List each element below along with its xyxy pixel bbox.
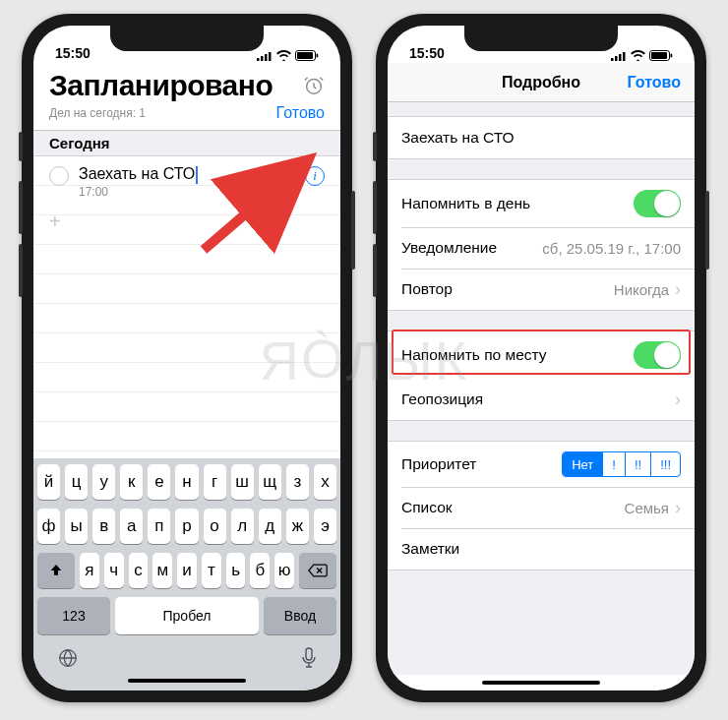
numeric-key[interactable]: 123 — [37, 597, 110, 634]
key-ш[interactable]: ш — [231, 464, 254, 500]
enter-key[interactable]: Ввод — [264, 597, 336, 634]
reminder-row[interactable]: Заехать на СТО 17:00 i — [33, 156, 340, 205]
key-у[interactable]: у — [92, 464, 115, 500]
chevron-right-icon: › — [675, 279, 681, 300]
key-р[interactable]: р — [175, 509, 198, 544]
notch — [464, 26, 618, 51]
remind-on-day-toggle[interactable] — [634, 190, 681, 217]
battery-icon — [649, 50, 673, 61]
key-б[interactable]: б — [250, 553, 270, 588]
remind-at-location-toggle[interactable] — [634, 341, 681, 369]
settings-body[interactable]: Заехать на СТО Напомнить в день Уведомле… — [388, 102, 695, 675]
key-с[interactable]: с — [129, 553, 149, 588]
subtitle-count: Дел на сегодня: 1 — [49, 106, 146, 120]
key-л[interactable]: л — [231, 509, 254, 544]
key-й[interactable]: й — [37, 464, 60, 500]
key-м[interactable]: м — [152, 553, 172, 588]
notification-cell[interactable]: Уведомление сб, 25.05.19 г., 17:00 — [388, 227, 695, 269]
key-а[interactable]: а — [120, 509, 143, 544]
repeat-cell[interactable]: Повтор Никогда › — [388, 269, 695, 310]
home-indicator[interactable] — [482, 681, 600, 685]
key-к[interactable]: к — [120, 464, 143, 500]
priority-option-2[interactable]: !! — [625, 452, 650, 476]
key-х[interactable]: х — [314, 464, 336, 500]
svg-rect-0 — [257, 58, 260, 61]
key-д[interactable]: д — [259, 509, 281, 544]
keyboard-row-1: йцукенгшщзх — [37, 464, 336, 500]
wifi-icon — [631, 50, 645, 61]
mic-icon[interactable] — [301, 647, 317, 673]
volume-down — [373, 244, 377, 297]
svg-rect-5 — [297, 52, 313, 59]
svg-rect-9 — [306, 648, 312, 660]
key-н[interactable]: н — [175, 464, 198, 500]
space-key[interactable]: Пробел — [115, 597, 259, 634]
key-з[interactable]: з — [286, 464, 309, 500]
reminder-checkbox[interactable] — [49, 166, 69, 186]
svg-rect-2 — [265, 54, 268, 61]
remind-on-day-cell: Напомнить в день — [388, 180, 695, 227]
status-indicators — [611, 50, 673, 61]
add-reminder-button[interactable]: + — [33, 205, 340, 239]
done-button[interactable]: Готово — [628, 74, 681, 91]
key-е[interactable]: е — [148, 464, 170, 500]
reminder-title-cell[interactable]: Заехать на СТО — [388, 117, 695, 158]
volume-up — [19, 181, 23, 234]
key-п[interactable]: п — [148, 509, 170, 544]
reminder-title-input[interactable]: Заехать на СТО — [79, 164, 295, 184]
list-cell[interactable]: Список Семья › — [388, 487, 695, 528]
reminders-list: Заехать на СТО 17:00 i + — [33, 156, 340, 458]
phone-left: 15:50 Запланировано Дел на сегодня: 1 Го… — [22, 14, 352, 702]
svg-rect-13 — [619, 54, 622, 61]
cellular-icon — [257, 51, 273, 61]
chevron-right-icon: › — [675, 498, 681, 518]
geoposition-cell[interactable]: Геопозиция › — [388, 379, 695, 420]
svg-rect-3 — [269, 52, 272, 61]
key-в[interactable]: в — [92, 509, 115, 544]
key-т[interactable]: т — [202, 553, 221, 588]
key-ч[interactable]: ч — [104, 553, 124, 588]
mute-switch — [19, 132, 23, 161]
key-э[interactable]: э — [314, 509, 336, 544]
priority-option-0[interactable]: Нет — [563, 452, 602, 476]
key-и[interactable]: и — [177, 553, 197, 588]
priority-option-3[interactable]: !!! — [650, 452, 680, 476]
reminder-time: 17:00 — [79, 185, 295, 199]
key-ц[interactable]: ц — [65, 464, 88, 500]
mute-switch — [373, 132, 377, 161]
alarm-icon[interactable] — [303, 75, 325, 100]
priority-segmented[interactable]: Нет!!!!!! — [562, 451, 681, 477]
home-indicator[interactable] — [128, 679, 246, 683]
globe-icon[interactable] — [57, 647, 79, 673]
keyboard-row-3: ячсмитьбю — [37, 553, 336, 588]
priority-option-1[interactable]: ! — [602, 452, 625, 476]
status-time: 15:50 — [409, 45, 445, 61]
done-button[interactable]: Готово — [276, 104, 325, 122]
key-я[interactable]: я — [80, 553, 99, 588]
chevron-right-icon: › — [675, 390, 681, 410]
nav-title: Подробно — [502, 74, 580, 91]
key-ф[interactable]: ф — [37, 509, 60, 544]
notes-cell[interactable]: Заметки — [388, 528, 695, 570]
key-г[interactable]: г — [204, 464, 226, 500]
priority-cell: Приоритет Нет!!!!!! — [388, 442, 695, 487]
shift-key[interactable] — [37, 553, 75, 588]
backspace-key[interactable] — [299, 553, 336, 588]
key-ь[interactable]: ь — [226, 553, 246, 588]
info-icon[interactable]: i — [305, 166, 325, 186]
cellular-icon — [611, 51, 627, 61]
key-ю[interactable]: ю — [274, 553, 294, 588]
key-о[interactable]: о — [204, 509, 226, 544]
remind-at-location-cell: Напомнить по месту — [388, 331, 695, 379]
section-header-today: Сегодня — [33, 131, 340, 156]
svg-rect-11 — [611, 58, 614, 61]
key-ы[interactable]: ы — [65, 509, 88, 544]
key-щ[interactable]: щ — [259, 464, 281, 500]
svg-rect-1 — [261, 56, 264, 61]
key-ж[interactable]: ж — [286, 509, 309, 544]
volume-down — [19, 244, 23, 297]
keyboard[interactable]: йцукенгшщзх фывапролджэ ячсмитьбю 123 Пр… — [33, 458, 340, 690]
svg-rect-14 — [623, 52, 626, 61]
nav-header: Запланировано Дел на сегодня: 1 Готово — [33, 63, 340, 131]
status-time: 15:50 — [55, 45, 91, 61]
